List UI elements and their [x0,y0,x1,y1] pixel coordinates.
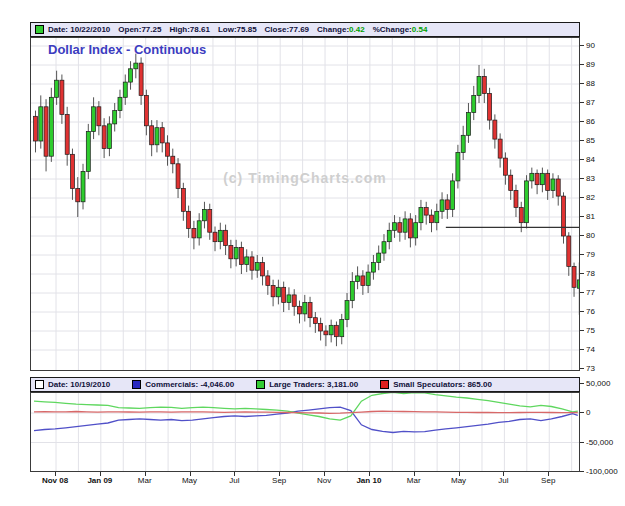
cot-legend: Date: 10/19/2010Commercials: -4,046.00La… [35,380,492,389]
candle-body [97,107,101,126]
series-line-large-traders [34,393,578,420]
candle-body [371,263,375,273]
candle-body [377,253,381,263]
y-axis-tick [580,178,584,179]
candle-body [345,301,349,320]
y-axis-tick [580,83,584,84]
y-axis-label: 88 [586,79,595,88]
y-axis-tick [580,412,584,413]
candle-body [498,139,502,158]
candle-body [239,247,243,264]
candle-body [329,325,333,335]
watermark: (c) TimingCharts.com [30,170,580,186]
candle-body [303,303,307,314]
candle-body [461,135,465,152]
candle-body [298,306,302,314]
candle-body [197,221,201,238]
candle-body [34,116,38,141]
x-axis-label: Nov 08 [33,476,77,485]
legend-item: Small Speculators: 865.00 [380,380,492,389]
candle-body [313,318,317,324]
y-axis-label: 84 [586,155,595,164]
y-axis-tick [580,102,584,103]
ohlc-field: Date: 10/22/2010 [48,25,110,34]
candle-body [181,189,185,212]
candle-body [92,107,96,132]
candle-body [361,276,365,286]
candle-body [393,223,397,231]
y-axis-label: -100,000 [586,467,618,476]
candle-body [250,257,254,270]
candle-body [245,257,249,265]
y-axis-label: 50,000 [586,379,610,388]
y-axis-label: 74 [586,345,595,354]
candle-body [308,303,312,318]
y-axis-tick [580,197,584,198]
candle-body [430,215,434,223]
series-line-commercials [34,407,578,432]
y-axis-label: 87 [586,98,595,107]
x-axis-label: Jan 10 [347,476,391,485]
candle-body [234,247,238,258]
candle-body [525,181,529,223]
candle-body [255,263,259,271]
candle-body [488,94,492,121]
y-axis-label: 85 [586,136,595,145]
legend-item: Large Traders: 3,181.00 [256,380,358,389]
ohlc-field: High:78.61 [169,25,209,34]
y-axis-tick [580,235,584,236]
candle-body [387,230,391,241]
candle-body [271,285,275,296]
candle-body [324,331,328,335]
y-axis-label: 81 [586,212,595,221]
candle-body [113,111,117,124]
candle-body [187,211,191,228]
y-axis-label: 73 [586,364,595,373]
y-axis-tick [580,140,584,141]
y-axis-label: 83 [586,174,595,183]
candle-body [44,107,48,156]
x-axis-label: Jul [212,476,256,485]
candle-body [493,120,497,139]
candle-body [424,208,428,216]
candle-body [160,128,164,143]
candle-body [86,132,90,172]
candle-body [139,63,143,95]
candle-body [55,80,59,97]
legend-item: Commercials: -4,046.00 [132,380,234,389]
legend-swatch-icon [256,380,265,389]
chart-title: Dollar Index - Continuous [48,42,206,57]
candle-body [519,208,523,223]
candle-body [171,156,175,164]
candle-body [419,208,423,223]
legend-item: Date: 10/19/2010 [35,380,110,389]
candle-body [134,63,138,69]
candle-body [466,113,470,136]
candle-body [123,82,127,97]
y-axis-label: 77 [586,288,595,297]
candle-body [334,325,338,336]
series-marker-icon [35,25,44,34]
y-axis-tick [580,442,584,443]
y-axis-label: 78 [586,269,595,278]
candle-body [440,200,444,211]
price-plot-area [30,37,580,371]
x-axis-label: Mar [392,476,436,485]
x-axis-label: May [168,476,212,485]
candle-body [403,219,407,232]
candle-body [150,126,154,145]
x-axis-label: Jan 09 [78,476,122,485]
x-axis-label: Jul [481,476,525,485]
ohlc-field: Change:0.42 [317,25,365,34]
candle-body [76,189,80,202]
y-axis-label: 90 [586,41,595,50]
candle-body [472,95,476,112]
y-axis-label: 82 [586,193,595,202]
candle-body [482,76,486,93]
candle-body [118,97,122,110]
y-axis-label: 86 [586,117,595,126]
candle-body [562,196,566,236]
y-axis-label: 75 [586,326,595,335]
y-axis-label: -50,000 [586,438,613,447]
y-axis-tick [580,45,584,46]
